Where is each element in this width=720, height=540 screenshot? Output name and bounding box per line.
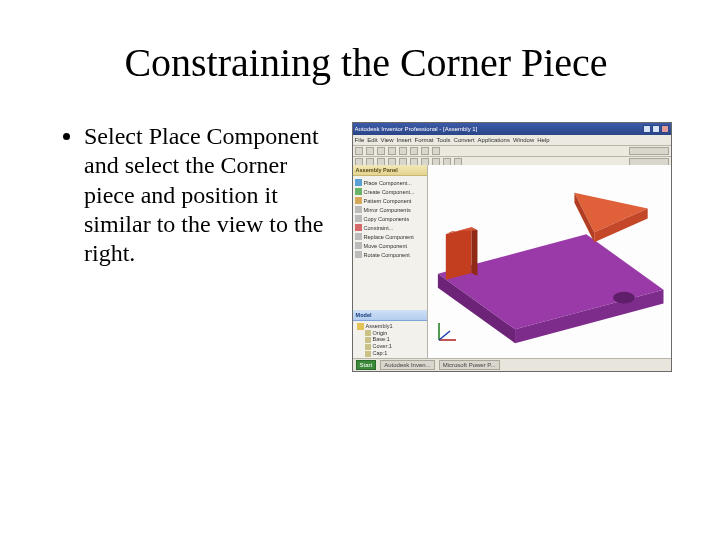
tree-root[interactable]: Assembly1 <box>357 323 423 330</box>
embedded-screenshot: Autodesk Inventor Professional - [Assemb… <box>352 122 672 372</box>
menu-item[interactable]: Edit <box>367 137 377 143</box>
panel-item[interactable]: Pattern Component <box>355 196 425 205</box>
toolbar-icon[interactable] <box>421 147 429 155</box>
panel-item[interactable]: Create Component... <box>355 187 425 196</box>
panel-item-label: Create Component... <box>364 189 415 195</box>
toolbar-icon[interactable] <box>366 147 374 155</box>
start-button[interactable]: Start <box>356 360 377 370</box>
axis-triad-icon <box>434 319 460 345</box>
panel-item-label: Move Component <box>364 243 407 249</box>
material-dropdown[interactable] <box>629 147 669 155</box>
menu-item[interactable]: Format <box>415 137 434 143</box>
viewport-3d[interactable] <box>428 165 671 359</box>
svg-rect-1 <box>355 188 362 195</box>
menu-item[interactable]: Window <box>513 137 534 143</box>
tree-node-label: Cover:1 <box>373 343 392 350</box>
replace-component-icon <box>355 233 362 240</box>
tree-node-label: Cap:1 <box>373 350 388 357</box>
constraint-icon <box>355 224 362 231</box>
tree-node[interactable]: Cap:1 <box>365 350 423 357</box>
panel-item-label: Copy Components <box>364 216 410 222</box>
svg-rect-6 <box>355 233 362 240</box>
close-button[interactable] <box>661 125 669 133</box>
panel-item-label: Rotate Component <box>364 252 410 258</box>
part-icon <box>365 351 371 357</box>
mirror-components-icon <box>355 206 362 213</box>
svg-rect-12 <box>365 344 371 350</box>
tree-node-label: Base:1 <box>373 336 390 343</box>
assembly-panel-body: Place Component... Create Component... P… <box>353 176 427 310</box>
svg-rect-10 <box>365 330 371 336</box>
svg-rect-8 <box>355 251 362 258</box>
origin-icon <box>365 330 371 336</box>
menu-item[interactable]: Insert <box>397 137 412 143</box>
svg-rect-13 <box>365 351 371 357</box>
menu-item[interactable]: Tools <box>437 137 451 143</box>
svg-rect-7 <box>355 242 362 249</box>
move-component-icon <box>355 242 362 249</box>
tree-node[interactable]: Base:1 <box>365 336 423 343</box>
svg-line-16 <box>439 331 450 340</box>
bullet-item: Select Place Component and select the Co… <box>84 122 344 268</box>
task-item[interactable]: Autodesk Inven... <box>380 360 434 370</box>
panel-item[interactable]: Move Component <box>355 241 425 250</box>
window-control-group <box>643 125 669 133</box>
toolbar-icon[interactable] <box>410 147 418 155</box>
svg-rect-4 <box>355 215 362 222</box>
slide-body: Select Place Component and select the Co… <box>60 122 672 372</box>
side-piece-front <box>445 227 471 279</box>
assembly-icon <box>357 323 364 330</box>
tree-node[interactable]: Origin <box>365 330 423 337</box>
svg-rect-11 <box>365 337 371 343</box>
tree-node-label: Origin <box>373 330 388 337</box>
maximize-button[interactable] <box>652 125 660 133</box>
part-icon <box>365 344 371 350</box>
toolbar-icon[interactable] <box>355 147 363 155</box>
copy-components-icon <box>355 215 362 222</box>
toolbar-icon[interactable] <box>388 147 396 155</box>
panel-item-label: Place Component... <box>364 180 412 186</box>
toolbar-icon[interactable] <box>377 147 385 155</box>
panel-item[interactable]: Mirror Components <box>355 205 425 214</box>
model-geometry <box>428 165 671 359</box>
toolbar-icon[interactable] <box>432 147 440 155</box>
menubar: File Edit View Insert Format Tools Conve… <box>353 135 671 146</box>
svg-rect-0 <box>355 179 362 186</box>
panel-item[interactable]: Copy Components <box>355 214 425 223</box>
place-component-icon <box>355 179 362 186</box>
task-item[interactable]: Microsoft Power P... <box>439 360 500 370</box>
svg-rect-5 <box>355 224 362 231</box>
panel-item-label: Pattern Component <box>364 198 412 204</box>
menu-item[interactable]: View <box>381 137 394 143</box>
browser-pane: Assembly Panel Place Component... Create… <box>353 165 428 359</box>
svg-rect-3 <box>355 206 362 213</box>
svg-rect-2 <box>355 197 362 204</box>
minimize-button[interactable] <box>643 125 651 133</box>
taskbar: Start Autodesk Inven... Microsoft Power … <box>353 358 671 371</box>
create-component-icon <box>355 188 362 195</box>
bullet-list: Select Place Component and select the Co… <box>60 122 344 268</box>
menu-item[interactable]: File <box>355 137 365 143</box>
tree-root-label: Assembly1 <box>366 323 393 330</box>
panel-item[interactable]: Rotate Component <box>355 250 425 259</box>
base-hole <box>613 292 635 304</box>
tree-node[interactable]: Cover:1 <box>365 343 423 350</box>
pattern-component-icon <box>355 197 362 204</box>
menu-item[interactable]: Convert <box>454 137 475 143</box>
bullet-column: Select Place Component and select the Co… <box>60 122 344 268</box>
model-panel-header[interactable]: Model <box>353 310 427 321</box>
menu-item[interactable]: Help <box>537 137 549 143</box>
slide-title: Constraining the Corner Piece <box>60 40 672 86</box>
model-tree: Assembly1 Origin Base:1 Cover:1 <box>353 321 427 360</box>
panel-item-label: Mirror Components <box>364 207 411 213</box>
panel-item[interactable]: Replace Component <box>355 232 425 241</box>
toolbar-icon[interactable] <box>399 147 407 155</box>
window-title: Autodesk Inventor Professional - [Assemb… <box>355 126 478 132</box>
assembly-panel-header[interactable]: Assembly Panel <box>353 165 427 176</box>
panel-item[interactable]: Place Component... <box>355 178 425 187</box>
panel-item[interactable]: Constraint... <box>355 223 425 232</box>
menu-item[interactable]: Applications <box>478 137 510 143</box>
panel-item-label: Replace Component <box>364 234 414 240</box>
side-piece-side <box>471 227 477 275</box>
part-icon <box>365 337 371 343</box>
